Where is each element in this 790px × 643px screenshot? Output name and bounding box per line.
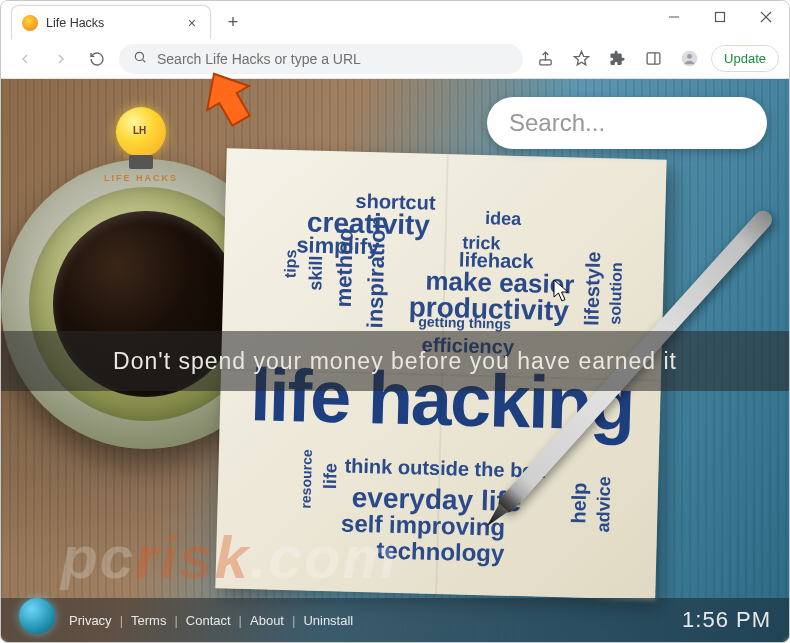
omnibox-placeholder: Search Life Hacks or type a URL [157, 51, 509, 67]
footer-link-contact[interactable]: Contact [186, 613, 231, 628]
footer-link-terms[interactable]: Terms [131, 613, 166, 628]
svg-point-4 [135, 52, 143, 60]
home-orb-icon[interactable] [19, 598, 55, 634]
tab-favicon [22, 15, 38, 31]
svg-line-5 [143, 59, 146, 62]
arrow-callout-icon [198, 68, 258, 132]
minimize-button[interactable] [651, 1, 697, 33]
wordcloud-word: resource [297, 449, 315, 509]
tab-title: Life Hacks [46, 16, 184, 30]
wordcloud-word: skill [305, 255, 327, 291]
maximize-button[interactable] [697, 1, 743, 33]
footer-link-about[interactable]: About [250, 613, 284, 628]
svg-marker-7 [574, 51, 588, 64]
close-window-button[interactable] [743, 1, 789, 33]
footer-links: Privacy|Terms|Contact|About|Uninstall [69, 613, 353, 628]
extensions-icon[interactable] [603, 45, 631, 73]
share-icon[interactable] [531, 45, 559, 73]
site-logo: LH LIFE HACKS [81, 99, 201, 239]
wordcloud-word: solution [606, 262, 626, 325]
footer-separator: | [174, 613, 177, 628]
back-button[interactable] [11, 45, 39, 73]
clock: 1:56 PM [682, 607, 771, 633]
footer-separator: | [292, 613, 295, 628]
wordcloud-word: inspiration [362, 216, 391, 329]
reload-button[interactable] [83, 45, 111, 73]
update-button[interactable]: Update [711, 45, 779, 72]
wordcloud-word: technology [376, 536, 505, 567]
wordcloud-word: lifestyle [580, 251, 605, 326]
wordcloud-word: help [567, 482, 591, 524]
mouse-cursor-icon [553, 279, 571, 307]
footer-link-privacy[interactable]: Privacy [69, 613, 112, 628]
wordcloud-word: getting things [418, 313, 511, 331]
wordcloud-word: idea [485, 208, 522, 230]
lightbulb-icon: LH [111, 99, 171, 179]
browser-tab[interactable]: Life Hacks × [11, 5, 211, 39]
page-search-input[interactable] [509, 109, 789, 137]
quote-banner: Don't spend your money before you have e… [1, 331, 789, 391]
omnibox[interactable]: Search Life Hacks or type a URL [119, 44, 523, 74]
footer-separator: | [120, 613, 123, 628]
footer-separator: | [239, 613, 242, 628]
sidepanel-icon[interactable] [639, 45, 667, 73]
page-search-bar[interactable] [487, 97, 767, 149]
wordcloud-word: think outside the box [344, 455, 546, 483]
svg-point-11 [687, 54, 692, 59]
quote-text: Don't spend your money before you have e… [113, 348, 677, 375]
search-icon [133, 50, 147, 68]
close-tab-icon[interactable]: × [184, 15, 200, 31]
wordcloud-word: method [331, 228, 359, 308]
svg-rect-1 [716, 13, 725, 22]
new-tab-button[interactable]: + [219, 8, 247, 36]
bookmark-star-icon[interactable] [567, 45, 595, 73]
svg-rect-8 [647, 53, 660, 64]
footer-bar: Privacy|Terms|Contact|About|Uninstall 1:… [1, 598, 789, 642]
forward-button[interactable] [47, 45, 75, 73]
window-controls [651, 1, 789, 33]
page-content: life hacking shortcutcreativityideasimpl… [1, 79, 789, 642]
wordcloud-word: life [320, 463, 342, 490]
wordcloud-word: tips [281, 249, 300, 278]
browser-toolbar: Search Life Hacks or type a URL Update [1, 39, 789, 79]
svg-rect-6 [539, 60, 550, 65]
wordcloud-word: advice [593, 476, 615, 533]
title-bar: Life Hacks × + [1, 1, 789, 39]
profile-avatar-icon[interactable] [675, 45, 703, 73]
footer-link-uninstall[interactable]: Uninstall [303, 613, 353, 628]
